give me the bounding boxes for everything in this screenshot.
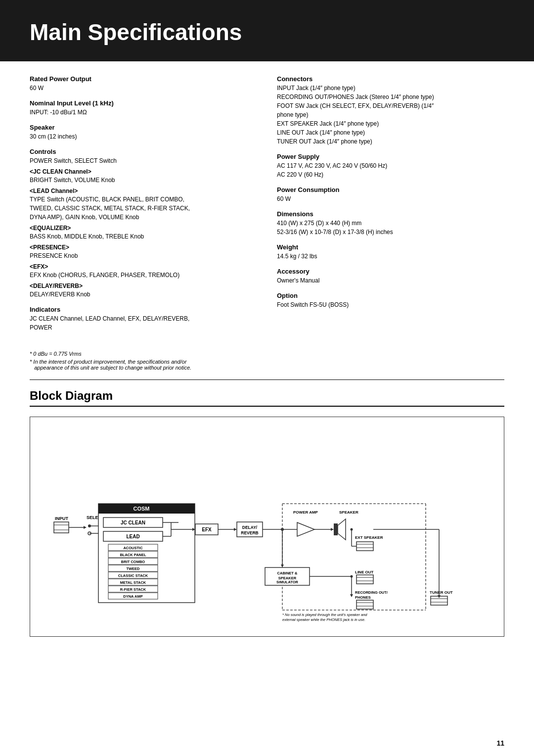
spec-speaker: Speaker 30 cm (12 inches) <box>30 124 257 141</box>
spec-weight-label: Weight <box>277 243 504 251</box>
page-number: 11 <box>496 739 504 747</box>
type-metal-stack-label: METAL STACK <box>120 580 146 585</box>
cosm-logo-text: COSM <box>134 506 150 512</box>
speaker-label: SPEAKER <box>339 510 358 515</box>
spec-controls: Controls POWER Switch, SELECT Switch <JC… <box>30 148 257 299</box>
spec-rated-power-value: 60 W <box>30 84 257 93</box>
spec-dimensions-value: 410 (W) x 275 (D) x 440 (H) mm 52-3/16 (… <box>277 219 504 236</box>
spec-indicators-label: Indicators <box>30 306 257 313</box>
line-out-jack <box>356 575 373 584</box>
ext-speaker-jack <box>356 542 373 551</box>
spec-dimensions-label: Dimensions <box>277 210 504 218</box>
arrow-input-select <box>84 526 87 529</box>
type-dyna-amp-label: DYNA AMP <box>123 594 142 599</box>
spec-nominal-input-label: Nominal Input Level (1 kHz) <box>30 99 257 107</box>
spec-power-consumption-value: 60 W <box>277 194 504 203</box>
cabinet-sim-label1: CABINET & <box>277 571 298 575</box>
spec-nominal-input-value: INPUT: -10 dBu/1 MΩ <box>30 108 257 117</box>
speaker-cone <box>338 519 346 540</box>
spec-accessory-value: Owner's Manual <box>277 276 504 285</box>
spec-power-supply: Power Supply AC 117 V, AC 230 V, AC 240 … <box>277 153 504 179</box>
rec-out-label2: PHONES <box>355 595 371 600</box>
diagram-note1: * No sound is played through the unit's … <box>282 613 367 617</box>
efx-label: EFX <box>202 527 212 532</box>
spec-power-consumption-label: Power Consumption <box>277 186 504 193</box>
type-tweed-label: TWEED <box>126 567 140 571</box>
footnote-2: * In the interest of product improvement… <box>30 359 504 371</box>
spec-power-supply-value: AC 117 V, AC 230 V, AC 240 V (50/60 Hz) … <box>277 161 504 179</box>
spec-controls-efx-value: EFX Knob (CHORUS, FLANGER, PHASER, TREMO… <box>30 271 257 280</box>
spec-accessory-label: Accessory <box>277 268 504 275</box>
section-divider <box>30 379 504 380</box>
spec-connectors-label: Connectors <box>277 75 504 83</box>
spec-controls-eq-value: BASS Knob, MIDDLE Knob, TREBLE Knob <box>30 232 257 241</box>
arrow-junction-down <box>281 565 284 567</box>
spec-speaker-label: Speaker <box>30 124 257 131</box>
spec-connectors: Connectors INPUT Jack (1/4″ phone type) … <box>277 75 504 146</box>
spec-controls-presence-value: PRESENCE Knob <box>30 251 257 260</box>
power-amp-triangle <box>297 522 314 536</box>
spec-controls-lead-label: <LEAD Channel> <box>30 188 257 194</box>
spec-controls-jcclean-value: BRIGHT Switch, VOLUME Knob <box>30 176 257 185</box>
spec-controls-jcclean-label: <JC CLEAN Channel> <box>30 168 257 175</box>
specs-section: Rated Power Output 60 W Nominal Input Le… <box>0 61 534 349</box>
spec-power-supply-label: Power Supply <box>277 153 504 160</box>
footnote-1: * 0 dBu = 0.775 Vrms <box>30 351 504 357</box>
spec-weight-value: 14.5 kg / 32 lbs <box>277 252 504 261</box>
tuner-out-label: TUNER OUT <box>430 590 453 595</box>
spec-weight: Weight 14.5 kg / 32 lbs <box>277 243 504 261</box>
speaker-body <box>334 523 338 535</box>
spec-controls-efx-label: <EFX> <box>30 263 257 270</box>
spec-option: Option Foot Switch FS-5U (BOSS) <box>277 292 504 309</box>
spec-dimensions: Dimensions 410 (W) x 275 (D) x 440 (H) m… <box>277 210 504 236</box>
specs-right-col: Connectors INPUT Jack (1/4″ phone type) … <box>277 75 504 339</box>
spec-indicators-value: JC CLEAN Channel, LEAD Channel, EFX, DEL… <box>30 314 257 332</box>
diagram-container: INPUT SELECT COSM <box>30 417 504 637</box>
spec-controls-lead-value: TYPE Switch (ACOUSTIC, BLACK PANEL, BRIT… <box>30 195 257 222</box>
page: Main Specifications Rated Power Output 6… <box>0 0 534 756</box>
arrow-to-phones <box>350 594 353 597</box>
spec-speaker-value: 30 cm (12 inches) <box>30 132 257 141</box>
type-rfier-stack-label: R-FIER STACK <box>120 587 146 592</box>
block-diagram-title: Block Diagram <box>30 389 504 407</box>
reverb-label: REVERB <box>241 530 258 535</box>
input-label: INPUT <box>55 516 69 521</box>
footnotes-section: * 0 dBu = 0.775 Vrms * In the interest o… <box>0 351 534 371</box>
spec-controls-eq-label: <EQUALIZER> <box>30 225 257 232</box>
spec-nominal-input: Nominal Input Level (1 kHz) INPUT: -10 d… <box>30 99 257 117</box>
spec-controls-value-main: POWER Switch, SELECT Switch <box>30 156 257 165</box>
spec-controls-delay-label: <DELAY/REVERB> <box>30 283 257 289</box>
rec-out-label1: RECORDING OUT/ <box>355 590 388 595</box>
phones-jack <box>356 600 373 609</box>
input-connector <box>54 522 69 533</box>
jc-clean-label: JC CLEAN <box>121 520 145 525</box>
type-brit-combo-label: BRIT COMBO <box>121 560 145 564</box>
lead-label: LEAD <box>126 534 139 539</box>
type-acoustic-label: ACOUSTIC <box>123 546 143 550</box>
junction-dot-3 <box>351 528 353 531</box>
spec-connectors-value: INPUT Jack (1/4″ phone type) RECORDING O… <box>277 84 504 146</box>
specs-left-col: Rated Power Output 60 W Nominal Input Le… <box>30 75 257 339</box>
spec-option-label: Option <box>277 292 504 299</box>
type-black-panel-label: BLACK PANEL <box>120 553 146 557</box>
spec-indicators: Indicators JC CLEAN Channel, LEAD Channe… <box>30 306 257 332</box>
spec-power-consumption: Power Consumption 60 W <box>277 186 504 203</box>
type-classic-stack-label: CLASSIC STACK <box>118 573 148 578</box>
ext-speaker-label: EXT SPEAKER <box>355 535 383 540</box>
spec-controls-label: Controls <box>30 148 257 155</box>
arrow-amp-speaker <box>331 528 334 531</box>
page-title: Main Specifications <box>30 19 504 46</box>
spec-accessory: Accessory Owner's Manual <box>277 268 504 285</box>
spec-rated-power: Rated Power Output 60 W <box>30 75 257 93</box>
delay-label: DELAY/ <box>242 525 258 530</box>
spec-rated-power-label: Rated Power Output <box>30 75 257 83</box>
header-section: Main Specifications <box>0 0 534 61</box>
block-diagram-section: Block Diagram INPUT SELECT <box>0 389 534 652</box>
diagram-note2: external speaker while the PHONES jack i… <box>282 617 365 622</box>
line-out-label: LINE OUT <box>355 570 373 574</box>
spec-controls-presence-label: <PRESENCE> <box>30 244 257 251</box>
spec-option-value: Foot Switch FS-5U (BOSS) <box>277 300 504 309</box>
block-diagram-svg: INPUT SELECT COSM <box>40 427 505 625</box>
cabinet-sim-label3: SIMULATOR <box>276 580 298 584</box>
spec-controls-delay-value: DELAY/REVERB Knob <box>30 290 257 299</box>
